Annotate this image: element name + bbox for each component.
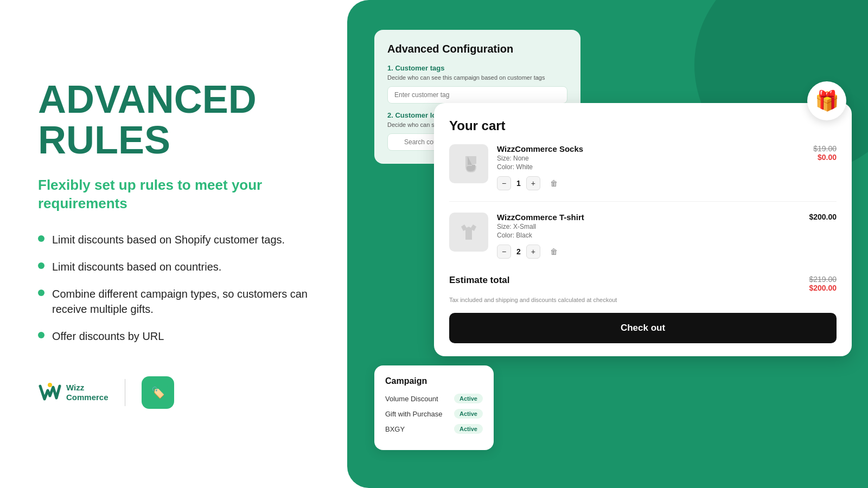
- estimate-label: Estimate total: [449, 275, 509, 286]
- campaign-row-gwp: Gift with Purchase Active: [385, 409, 483, 419]
- tshirt-price: $200.00: [809, 213, 837, 221]
- socks-qty-plus[interactable]: +: [526, 176, 540, 190]
- customer-tag-input[interactable]: [387, 86, 567, 104]
- wc-text: Wizz Commerce: [66, 383, 108, 402]
- estimate-row: Estimate total $219.00 $200.00: [449, 275, 837, 292]
- list-item: Offer discounts by URL: [38, 329, 309, 344]
- list-item: Limit discounts based on Shopify custome…: [38, 232, 309, 247]
- socks-price: $19.00 $0.00: [813, 144, 837, 162]
- wizzcommerce-logo: Wizz Commerce: [38, 383, 108, 402]
- customer-tags-desc: Decide who can see this campaign based o…: [387, 74, 567, 81]
- socks-delete-icon[interactable]: 🗑: [550, 179, 558, 188]
- tshirt-name: WizzCommerce T-shirt: [497, 213, 800, 222]
- bullet-dot: [38, 332, 44, 338]
- logo-divider: [125, 379, 125, 406]
- list-item: Limit discounts based on countries.: [38, 259, 309, 274]
- bullet-dot: [38, 262, 44, 269]
- bullet-dot: [38, 290, 44, 296]
- tshirt-price-value: $200.00: [809, 213, 837, 221]
- socks-size: Size: None: [497, 155, 805, 162]
- socks-details: WizzCommerce Socks Size: None Color: Whi…: [497, 144, 805, 190]
- estimate-discounted: $200.00: [809, 284, 837, 292]
- tshirt-qty-minus[interactable]: −: [497, 245, 511, 259]
- socks-name: WizzCommerce Socks: [497, 144, 805, 153]
- campaign-card-title: Campaign: [385, 376, 483, 386]
- socks-discounted-price: $0.00: [813, 153, 837, 162]
- campaign-card: Campaign Volume Discount Active Gift wit…: [374, 365, 494, 450]
- percent-tag-icon: 🏷️: [148, 383, 168, 402]
- campaign-volume-name: Volume Discount: [385, 395, 438, 403]
- estimate-original: $219.00: [809, 275, 837, 284]
- page-title: ADVANCED RULES: [38, 79, 309, 161]
- subtitle: Flexibly set up rules to meet your requi…: [38, 176, 309, 213]
- tshirt-details: WizzCommerce T-shirt Size: X-Small Color…: [497, 213, 800, 259]
- tax-note: Tax included and shipping and discounts …: [449, 297, 837, 303]
- tshirt-color: Color: Black: [497, 232, 800, 239]
- socks-qty: − 1 + 🗑: [497, 176, 805, 190]
- bullet-dot: [38, 235, 44, 242]
- campaign-gwp-status: Active: [454, 409, 483, 419]
- socks-original-price: $19.00: [813, 144, 837, 153]
- right-panel: Advanced Configuration 1. Customer tags …: [347, 0, 868, 488]
- svg-text:🏷️: 🏷️: [151, 386, 164, 399]
- cart-item-tshirt: WizzCommerce T-shirt Size: X-Small Color…: [449, 213, 837, 269]
- gift-icon-circle: 🎁: [807, 81, 846, 120]
- campaign-row-bxgy: BXGY Active: [385, 424, 483, 434]
- tshirt-qty: − 2 + 🗑: [497, 245, 800, 259]
- svg-point-0: [48, 383, 52, 387]
- campaign-gwp-name: Gift with Purchase: [385, 410, 443, 418]
- socks-svg: [456, 151, 482, 177]
- logos-section: Wizz Commerce 🏷️: [38, 376, 309, 409]
- socks-image: [449, 144, 488, 183]
- config-card-title: Advanced Configuration: [387, 43, 567, 55]
- customer-tags-title: 1. Customer tags: [387, 64, 567, 72]
- cart-title: Your cart: [449, 118, 837, 133]
- tshirt-qty-plus[interactable]: +: [526, 245, 540, 259]
- socks-qty-num: 1: [516, 179, 521, 188]
- tshirt-qty-num: 2: [516, 247, 521, 256]
- tshirt-image: [449, 213, 488, 252]
- feature-list: Limit discounts based on Shopify custome…: [38, 232, 309, 344]
- cart-item-socks: WizzCommerce Socks Size: None Color: Whi…: [449, 144, 837, 202]
- campaign-bxgy-name: BXGY: [385, 425, 405, 433]
- tshirt-delete-icon[interactable]: 🗑: [550, 247, 558, 256]
- campaign-bxgy-status: Active: [454, 424, 483, 434]
- tshirt-size: Size: X-Small: [497, 223, 800, 230]
- left-panel: ADVANCED RULES Flexibly set up rules to …: [0, 47, 347, 442]
- list-item: Combine different campaign types, so cus…: [38, 286, 309, 317]
- campaign-volume-status: Active: [454, 394, 483, 403]
- socks-color: Color: White: [497, 163, 805, 171]
- campaign-row-volume: Volume Discount Active: [385, 394, 483, 403]
- app-icon: 🏷️: [142, 376, 174, 409]
- estimate-prices: $219.00 $200.00: [809, 275, 837, 292]
- tshirt-svg: [456, 219, 482, 245]
- wc-icon: [38, 383, 62, 402]
- cart-card: Your cart WizzCommerce Socks Size: None …: [434, 103, 852, 356]
- checkout-button[interactable]: Check out: [449, 313, 837, 343]
- socks-qty-minus[interactable]: −: [497, 176, 511, 190]
